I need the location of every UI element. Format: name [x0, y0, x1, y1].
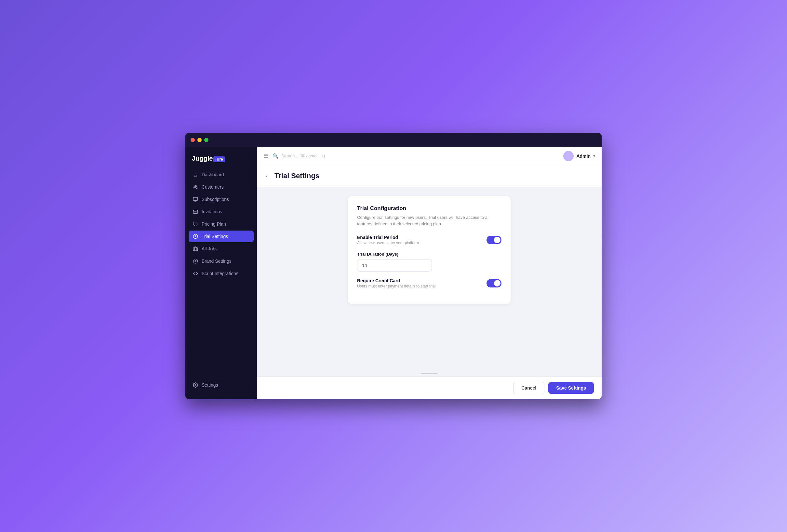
back-button[interactable]: ←: [265, 173, 271, 179]
sidebar-item-label: All Jobs: [201, 246, 217, 251]
all-jobs-icon: [193, 246, 198, 252]
sidebar-item-pricing-plan[interactable]: Pricing Plan: [189, 218, 254, 230]
sidebar-item-subscriptions[interactable]: Subscriptions: [189, 193, 254, 205]
trial-duration-input[interactable]: [357, 259, 432, 272]
sidebar-item-label: Invitations: [201, 209, 222, 214]
require-credit-card-label: Require Credit Card: [357, 278, 435, 283]
require-credit-card-sublabel: Users must enter payment details to star…: [357, 284, 435, 289]
script-integrations-icon: [193, 271, 198, 276]
app-window: JuggleHire ⌂ Dashboard Customers: [185, 133, 602, 399]
topbar: ☰ 🔍 Search... (⌘ / cmd + k) Admin ▾: [257, 147, 602, 165]
sidebar-item-label: Pricing Plan: [201, 221, 226, 227]
chevron-down-icon: ▾: [593, 154, 595, 158]
logo-area: JuggleHire: [185, 152, 257, 169]
cancel-button[interactable]: Cancel: [513, 382, 545, 394]
require-credit-card-text: Require Credit Card Users must enter pay…: [357, 278, 435, 289]
menu-icon[interactable]: ☰: [263, 152, 269, 159]
subscriptions-icon: [193, 196, 198, 202]
user-name: Admin: [576, 153, 591, 159]
title-bar: [185, 133, 602, 147]
sidebar-item-invitations[interactable]: Invitations: [189, 206, 254, 217]
search-area: 🔍 Search... (⌘ / cmd + k): [273, 153, 559, 159]
logo-badge: Hire: [213, 156, 225, 162]
svg-rect-1: [193, 197, 197, 200]
sidebar-item-trial-settings[interactable]: Trial Settings: [189, 231, 254, 242]
minimize-button[interactable]: [197, 138, 201, 142]
settings-icon: [193, 382, 198, 388]
maximize-button[interactable]: [204, 138, 209, 142]
user-area[interactable]: Admin ▾: [563, 151, 595, 161]
sidebar-item-label: Dashboard: [201, 172, 224, 177]
require-credit-card-toggle[interactable]: [487, 279, 502, 288]
sidebar-item-label: Settings: [201, 382, 218, 388]
app-body: JuggleHire ⌂ Dashboard Customers: [185, 147, 602, 399]
sidebar-item-all-jobs[interactable]: All Jobs: [189, 243, 254, 255]
scroll-indicator: [257, 371, 602, 376]
page-header: ← Trial Settings: [257, 165, 602, 187]
trial-settings-icon: [193, 233, 198, 239]
pricing-plan-icon: [193, 221, 198, 227]
sidebar-bottom: Settings: [185, 376, 257, 394]
svg-point-5: [195, 260, 196, 262]
sidebar: JuggleHire ⌂ Dashboard Customers: [185, 147, 257, 399]
trial-duration-label: Trial Duration (Days): [357, 252, 502, 257]
sidebar-item-dashboard[interactable]: ⌂ Dashboard: [189, 169, 254, 180]
sidebar-item-brand-settings[interactable]: Brand Settings: [189, 255, 254, 267]
card-description: Configure trial settings for new users. …: [357, 214, 502, 227]
enable-trial-toggle[interactable]: [487, 236, 502, 244]
sidebar-item-script-integrations[interactable]: Script Integrations: [189, 268, 254, 279]
svg-rect-4: [193, 248, 197, 251]
search-icon: 🔍: [273, 153, 279, 159]
page-title: Trial Settings: [275, 172, 319, 180]
card-title: Trial Configuration: [357, 205, 502, 212]
require-credit-card-row: Require Credit Card Users must enter pay…: [357, 278, 502, 289]
sidebar-item-label: Trial Settings: [201, 234, 228, 239]
enable-trial-sublabel: Allow new users to try your platform: [357, 241, 419, 245]
brand-settings-icon: [193, 258, 198, 264]
dashboard-icon: ⌂: [193, 172, 198, 177]
content-area: ← Trial Settings Trial Configuration Con…: [257, 165, 602, 399]
config-card: Trial Configuration Configure trial sett…: [348, 196, 511, 304]
sidebar-item-label: Subscriptions: [201, 197, 229, 202]
svg-point-6: [195, 384, 196, 386]
footer-bar: Cancel Save Settings: [257, 376, 602, 399]
avatar: [563, 151, 574, 161]
page-content: Trial Configuration Configure trial sett…: [257, 187, 602, 371]
enable-trial-text: Enable Trial Period Allow new users to t…: [357, 235, 419, 245]
sidebar-item-settings[interactable]: Settings: [189, 379, 254, 391]
search-placeholder: Search... (⌘ / cmd + k): [281, 153, 325, 158]
invitations-icon: [193, 209, 198, 215]
sidebar-item-label: Script Integrations: [201, 271, 238, 276]
customers-icon: [193, 184, 198, 190]
save-settings-button[interactable]: Save Settings: [548, 382, 594, 394]
sidebar-item-customers[interactable]: Customers: [189, 181, 254, 193]
svg-point-0: [194, 185, 195, 187]
sidebar-item-label: Customers: [201, 184, 224, 190]
logo-text: JuggleHire: [192, 155, 225, 162]
scroll-pill: [421, 373, 438, 374]
enable-trial-label: Enable Trial Period: [357, 235, 419, 240]
enable-trial-row: Enable Trial Period Allow new users to t…: [357, 235, 502, 245]
main-area: ☰ 🔍 Search... (⌘ / cmd + k) Admin ▾ ← Tr…: [257, 147, 602, 399]
trial-duration-section: Trial Duration (Days): [357, 252, 502, 272]
close-button[interactable]: [191, 138, 195, 142]
sidebar-item-label: Brand Settings: [201, 258, 232, 264]
nav-items: ⌂ Dashboard Customers Subscriptions: [185, 169, 257, 376]
